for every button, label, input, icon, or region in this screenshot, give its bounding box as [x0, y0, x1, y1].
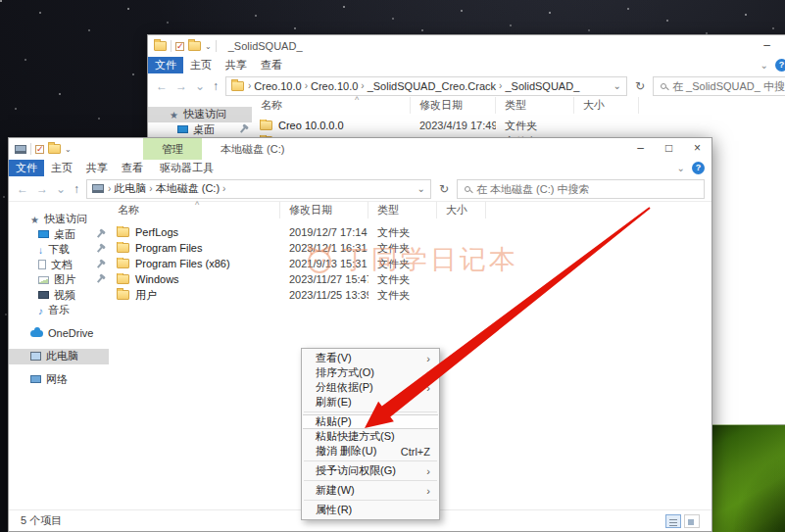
front-tab-4[interactable]: 驱动器工具 — [153, 160, 221, 176]
sort-ascending-icon: ^ — [355, 95, 359, 105]
minimize-button[interactable]: – — [753, 35, 781, 57]
menu-item-9[interactable]: 授予访问权限(G)› — [303, 463, 438, 478]
up-icon[interactable]: ↑ — [74, 182, 79, 196]
file-row[interactable]: Windows2023/11/27 15:47文件夹 — [109, 271, 711, 287]
front-tab-1[interactable]: 主页 — [44, 160, 79, 176]
context-menu: 查看(V)›排序方式(O)›分组依据(P)›刷新(E)粘贴(P)粘贴快捷方式(S… — [301, 348, 440, 520]
forward-icon[interactable]: → — [36, 182, 48, 196]
help-icon[interactable]: ? — [775, 59, 785, 72]
titlebar[interactable]: ⌄ _SolidSQUAD_ – — [148, 35, 785, 57]
nav-buttons: ← → ⌄ ↑ — [13, 182, 83, 196]
folder-icon — [260, 121, 272, 130]
chevron-down-icon[interactable]: ⌄ — [205, 42, 212, 51]
forward-icon[interactable]: → — [175, 79, 187, 93]
new-folder-icon[interactable] — [48, 144, 61, 154]
breadcrumb-item[interactable]: _SolidSQUAD_Creo.Crack — [366, 80, 498, 92]
back-tab-3[interactable]: 查看 — [254, 57, 289, 73]
file-row[interactable]: Program Files2023/12/1 16:31文件夹 — [109, 240, 711, 256]
help-icon[interactable]: ? — [692, 162, 705, 174]
sidebar-item-download[interactable]: 下载 — [9, 242, 109, 258]
column-header-1[interactable]: 修改日期 — [280, 202, 368, 218]
menu-item-7[interactable]: 撤消 删除(U)Ctrl+Z — [303, 444, 438, 459]
menu-item-11[interactable]: 新建(W)› — [303, 483, 438, 498]
menu-item-0[interactable]: 查看(V)› — [303, 351, 438, 365]
ribbon-collapse-icon[interactable]: ⌄ — [677, 163, 685, 173]
properties-icon[interactable] — [35, 145, 44, 154]
sidebar-item-network[interactable]: 网络 — [9, 372, 109, 388]
new-folder-icon[interactable] — [188, 41, 201, 51]
quick-access-toolbar: ⌄ — [15, 143, 72, 155]
search-input[interactable] — [476, 183, 697, 195]
history-chevron-icon[interactable]: ⌄ — [195, 79, 205, 93]
titlebar[interactable]: ⌄ 管理 本地磁盘 (C:) – □ × — [9, 138, 711, 160]
column-header-0[interactable]: 名称 — [252, 97, 411, 114]
minimize-button[interactable]: – — [626, 138, 655, 160]
sidebar-item-star[interactable]: 快速访问 — [148, 107, 252, 122]
column-header-1[interactable]: 修改日期 — [411, 97, 496, 114]
back-icon[interactable]: ← — [156, 79, 168, 93]
breadcrumb[interactable]: ›Creo.10.0›Creo.10.0›_SolidSQUAD_Creo.Cr… — [225, 76, 627, 96]
chevron-down-icon[interactable]: ⌄ — [65, 145, 72, 154]
desktop-wallpaper-green-area — [711, 424, 785, 532]
menu-item-13[interactable]: 属性(R) — [303, 503, 438, 517]
menu-item-3[interactable]: 刷新(E) — [303, 395, 438, 410]
breadcrumb-item[interactable]: Creo.10.0 — [309, 80, 360, 92]
search-box[interactable] — [653, 76, 785, 96]
file-row[interactable]: Program Files (x86)2021/9/13 15:31文件夹 — [109, 256, 711, 271]
sidebar-item-video[interactable]: 视频 — [9, 288, 109, 304]
search-box[interactable] — [457, 179, 705, 199]
large-icons-view-icon[interactable] — [684, 514, 700, 528]
refresh-icon[interactable]: ↻ — [434, 182, 454, 196]
front-tab-3[interactable]: 查看 — [115, 160, 150, 176]
breadcrumb-item[interactable]: 本地磁盘 (C:) — [154, 181, 221, 196]
breadcrumb-item[interactable]: _SolidSQUAD_ — [503, 80, 581, 92]
back-tab-0[interactable]: 文件 — [148, 57, 183, 73]
properties-icon[interactable] — [175, 42, 184, 51]
address-dropdown-icon[interactable]: ⌄ — [613, 80, 621, 91]
up-icon[interactable]: ↑ — [213, 79, 219, 93]
address-dropdown-icon[interactable]: ⌄ — [417, 183, 425, 194]
sidebar-item-onedrive[interactable]: OneDrive — [9, 326, 109, 342]
separator — [216, 40, 217, 52]
breadcrumb-item[interactable]: Creo.10.0 — [252, 80, 303, 92]
sidebar-item-document[interactable]: 文档 — [9, 258, 109, 273]
column-header-3[interactable]: 大小 — [437, 202, 486, 218]
menu-item-2[interactable]: 分组依据(P)› — [303, 380, 438, 395]
column-headers: 名称修改日期类型大小 — [252, 97, 785, 114]
refresh-icon[interactable]: ↻ — [630, 79, 650, 93]
breadcrumb-item[interactable]: 此电脑 — [112, 181, 148, 196]
back-tab-1[interactable]: 主页 — [183, 57, 219, 73]
sidebar-item-desktop[interactable]: 桌面 — [9, 227, 109, 243]
sidebar-item-star[interactable]: 快速访问 — [9, 212, 109, 227]
file-row[interactable]: 用户2023/11/25 13:39文件夹 — [109, 287, 711, 303]
music-icon — [38, 305, 43, 316]
breadcrumb-separator-icon: › — [221, 183, 226, 194]
breadcrumb-items: ›此电脑›本地磁盘 (C:)› — [107, 181, 226, 196]
manage-contextual-tab[interactable]: 管理 — [143, 138, 202, 160]
sidebar-item-desktop[interactable]: 桌面 — [148, 122, 252, 138]
column-header-2[interactable]: 类型 — [368, 202, 437, 218]
menu-item-5[interactable]: 粘贴(P) — [303, 414, 438, 429]
menu-item-1[interactable]: 排序方式(O)› — [303, 365, 438, 380]
file-row[interactable]: Creo 10.0.0.02023/4/19 17:49文件夹 — [252, 118, 785, 133]
back-icon[interactable]: ← — [17, 182, 28, 196]
search-input[interactable] — [672, 80, 785, 92]
file-row[interactable]: PerfLogs2019/12/7 17:14文件夹 — [109, 224, 711, 240]
sidebar-item-picture[interactable]: 图片 — [9, 272, 109, 288]
column-header-3[interactable]: 大小 — [574, 97, 639, 114]
close-button[interactable]: × — [683, 138, 711, 160]
back-tab-2[interactable]: 共享 — [219, 57, 254, 73]
front-tab-2[interactable]: 共享 — [79, 160, 115, 176]
history-chevron-icon[interactable]: ⌄ — [56, 182, 66, 196]
maximize-button[interactable]: □ — [655, 138, 683, 160]
column-header-2[interactable]: 类型 — [496, 97, 574, 114]
submenu-arrow-icon: › — [426, 465, 430, 477]
menu-item-6[interactable]: 粘贴快捷方式(S) — [303, 429, 438, 444]
details-view-icon[interactable] — [665, 514, 681, 528]
breadcrumb[interactable]: ›此电脑›本地磁盘 (C:)› ⌄ — [86, 179, 431, 199]
sidebar-item-music[interactable]: 音乐 — [9, 303, 109, 318]
ribbon-tabs: 文件主页共享查看驱动器工具⌄? — [9, 160, 711, 176]
sidebar-item-computer[interactable]: 此电脑 — [9, 349, 109, 364]
ribbon-collapse-icon[interactable]: ⌄ — [760, 60, 768, 71]
front-tab-0[interactable]: 文件 — [9, 160, 44, 176]
